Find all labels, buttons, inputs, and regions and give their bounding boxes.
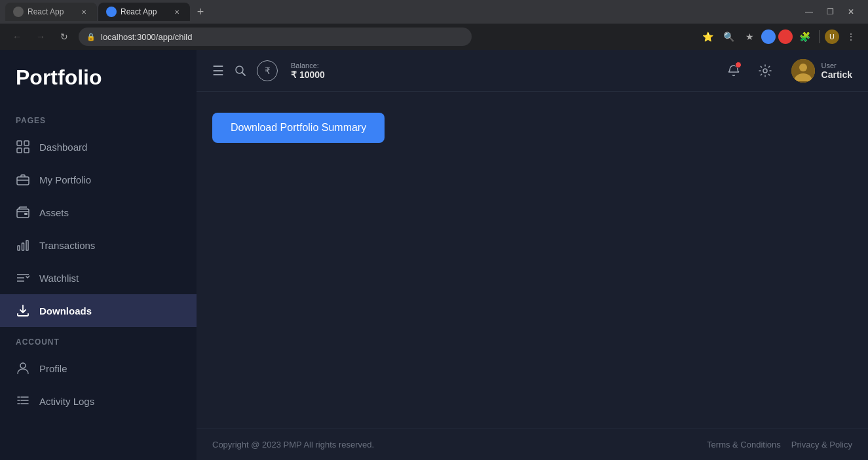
sidebar-portfolio-label: My Portfolio bbox=[39, 174, 91, 185]
extensions-button[interactable]: 🧩 bbox=[795, 28, 814, 46]
sidebar-item-downloads[interactable]: Downloads bbox=[0, 294, 197, 327]
user-role: User bbox=[821, 62, 852, 69]
tab2-close[interactable]: ✕ bbox=[172, 7, 182, 17]
forward-button[interactable]: → bbox=[31, 28, 50, 46]
sidebar-item-activity-logs[interactable]: Activity Logs bbox=[0, 385, 197, 417]
window-controls: — ❐ ✕ bbox=[800, 3, 863, 21]
profile-icon[interactable]: U bbox=[825, 29, 839, 44]
tab-bar: React App ✕ React App ✕ + — ❐ ✕ bbox=[0, 0, 868, 24]
sidebar-downloads-label: Downloads bbox=[39, 305, 92, 316]
svg-rect-9 bbox=[22, 243, 24, 250]
download-icon bbox=[16, 303, 30, 318]
svg-rect-8 bbox=[18, 246, 20, 250]
maximize-button[interactable]: ❐ bbox=[821, 3, 839, 21]
tab2-title: React App bbox=[121, 7, 168, 16]
tab2-favicon bbox=[106, 7, 117, 17]
sidebar-activity-logs-label: Activity Logs bbox=[39, 396, 94, 407]
list-icon bbox=[16, 394, 30, 408]
browser-toolbar: ⭐ 🔍 ★ 🧩 U ⋮ bbox=[698, 28, 860, 46]
pages-section-label: PAGES bbox=[0, 116, 197, 125]
sidebar-item-dashboard[interactable]: Dashboard bbox=[0, 130, 197, 163]
svg-rect-3 bbox=[24, 148, 29, 153]
sidebar-item-assets[interactable]: Assets bbox=[0, 196, 197, 229]
svg-line-22 bbox=[242, 72, 246, 75]
browser-chrome: React App ✕ React App ✕ + — ❐ ✕ ← → ↻ 🔒 … bbox=[0, 0, 868, 50]
notification-bell[interactable] bbox=[723, 60, 744, 81]
balance-label: Balance: bbox=[291, 62, 325, 69]
tab1-title: React App bbox=[28, 7, 75, 16]
briefcase-icon bbox=[16, 172, 30, 187]
address-bar: ← → ↻ 🔒 localhost:3000/app/child ⭐ 🔍 ★ 🧩… bbox=[0, 24, 868, 50]
balance-value: ₹ 10000 bbox=[291, 69, 325, 80]
menu-toggle-icon[interactable]: ☰ bbox=[212, 63, 224, 79]
user-icon bbox=[16, 361, 30, 375]
sidebar-assets-label: Assets bbox=[39, 207, 69, 218]
close-button[interactable]: ✕ bbox=[842, 3, 860, 21]
svg-rect-0 bbox=[17, 141, 22, 145]
main-content: ☰ ₹ Balance: ₹ 10000 bbox=[197, 50, 868, 460]
app-footer: Copyright @ 2023 PMP All rights reserved… bbox=[197, 429, 868, 460]
app-header: ☰ ₹ Balance: ₹ 10000 bbox=[197, 50, 868, 92]
user-profile[interactable]: User Cartick bbox=[791, 59, 852, 83]
page-content: Download Portfolio Summary bbox=[197, 92, 868, 429]
balance-display: Balance: ₹ 10000 bbox=[291, 62, 325, 80]
ext-icon-2[interactable] bbox=[778, 29, 793, 44]
app-logo: Portfolio bbox=[0, 66, 197, 90]
url-lock-icon: 🔒 bbox=[86, 33, 96, 41]
browser-tab-1[interactable]: React App ✕ bbox=[5, 3, 97, 21]
copyright-text: Copyright @ 2023 PMP All rights reserved… bbox=[212, 440, 374, 450]
tab1-favicon bbox=[13, 7, 24, 17]
search-icon[interactable] bbox=[235, 65, 246, 77]
svg-rect-10 bbox=[26, 240, 28, 250]
sidebar-profile-label: Profile bbox=[39, 363, 67, 374]
account-section-label: ACCOUNT bbox=[0, 337, 197, 347]
footer-links: Terms & Conditions Privacy & Policy bbox=[707, 440, 852, 450]
sidebar-watchlist-label: Watchlist bbox=[39, 273, 79, 284]
sidebar-item-watchlist[interactable]: Watchlist bbox=[0, 261, 197, 294]
download-portfolio-button[interactable]: Download Portfolio Summary bbox=[212, 113, 385, 143]
user-info: User Cartick bbox=[821, 62, 852, 80]
app-container: Portfolio PAGES Dashboard bbox=[0, 50, 868, 460]
minimize-button[interactable]: — bbox=[800, 3, 818, 21]
user-avatar bbox=[791, 59, 815, 83]
grid-icon bbox=[16, 140, 30, 154]
list-check-icon bbox=[16, 271, 30, 285]
svg-rect-4 bbox=[17, 177, 29, 185]
sidebar-item-profile[interactable]: Profile bbox=[0, 352, 197, 385]
svg-rect-7 bbox=[24, 213, 28, 215]
svg-point-23 bbox=[763, 69, 767, 73]
tab1-close[interactable]: ✕ bbox=[79, 7, 89, 17]
sidebar-item-my-portfolio[interactable]: My Portfolio bbox=[0, 163, 197, 196]
svg-rect-1 bbox=[24, 141, 29, 145]
settings-icon[interactable] bbox=[755, 60, 776, 81]
svg-rect-2 bbox=[17, 148, 22, 153]
refresh-button[interactable]: ↻ bbox=[55, 28, 73, 46]
sidebar: Portfolio PAGES Dashboard bbox=[0, 50, 197, 460]
wallet-icon bbox=[16, 205, 30, 220]
user-name: Cartick bbox=[821, 69, 852, 80]
svg-point-25 bbox=[799, 64, 807, 71]
sidebar-transactions-label: Transactions bbox=[39, 240, 95, 251]
toolbar-separator bbox=[819, 30, 820, 43]
bookmark-icon[interactable]: ⭐ bbox=[698, 28, 717, 46]
currency-icon[interactable]: ₹ bbox=[257, 60, 278, 81]
url-bar[interactable]: 🔒 localhost:3000/app/child bbox=[79, 28, 472, 46]
browser-tab-2[interactable]: React App ✕ bbox=[98, 3, 190, 21]
privacy-policy-link[interactable]: Privacy & Policy bbox=[791, 440, 852, 450]
new-tab-button[interactable]: + bbox=[191, 3, 210, 21]
notification-badge bbox=[735, 62, 742, 68]
zoom-icon[interactable]: 🔍 bbox=[719, 28, 738, 46]
chart-bar-icon bbox=[16, 238, 30, 252]
terms-conditions-link[interactable]: Terms & Conditions bbox=[707, 440, 781, 450]
sidebar-item-transactions[interactable]: Transactions bbox=[0, 229, 197, 261]
svg-point-14 bbox=[20, 363, 26, 368]
menu-icon[interactable]: ⋮ bbox=[842, 28, 860, 46]
back-button[interactable]: ← bbox=[8, 28, 26, 46]
star-icon[interactable]: ★ bbox=[740, 28, 759, 46]
ext-icon-1[interactable] bbox=[761, 29, 776, 44]
sidebar-dashboard-label: Dashboard bbox=[39, 142, 87, 153]
url-text: localhost:3000/app/child bbox=[101, 32, 193, 42]
